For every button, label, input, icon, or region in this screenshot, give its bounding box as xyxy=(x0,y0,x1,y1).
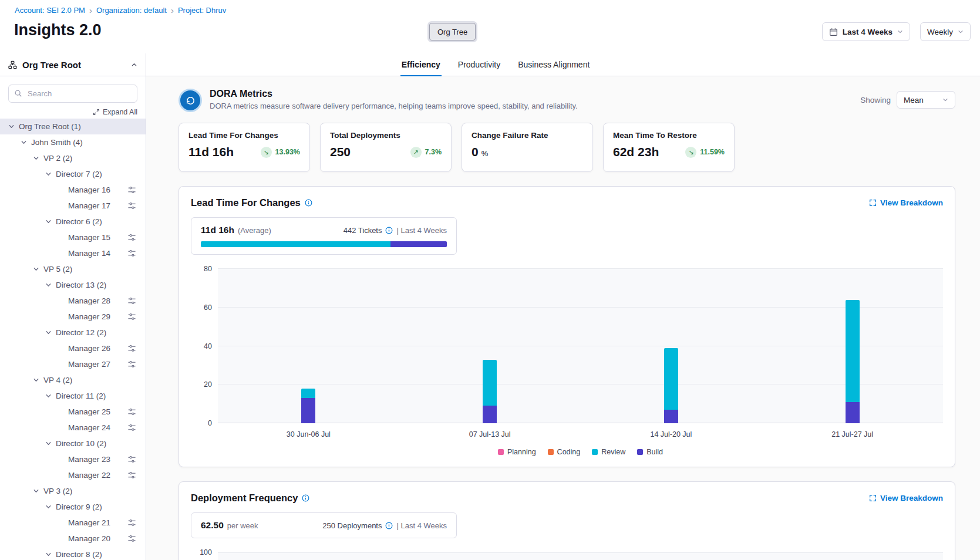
legend-item-review[interactable]: Review xyxy=(592,448,625,456)
tree-item-manager-27[interactable]: Manager 27 xyxy=(0,356,146,372)
bar-segment-review[interactable] xyxy=(301,389,315,398)
search-input[interactable] xyxy=(8,85,137,103)
tree-item-manager-26[interactable]: Manager 26 xyxy=(0,340,146,356)
chevron-down-icon[interactable] xyxy=(45,218,56,225)
chart-band xyxy=(762,269,943,423)
showing-select[interactable]: Mean xyxy=(897,91,955,109)
tab-productivity[interactable]: Productivity xyxy=(457,53,501,76)
filters-icon[interactable] xyxy=(127,423,136,432)
tab-business-alignment[interactable]: Business Alignment xyxy=(517,53,591,76)
legend-item-coding[interactable]: Coding xyxy=(548,448,581,456)
tree-item-manager-17[interactable]: Manager 17 xyxy=(0,198,146,214)
bar-segment-review[interactable] xyxy=(664,348,678,410)
bar-segment-build[interactable] xyxy=(483,406,497,423)
chevron-down-icon[interactable] xyxy=(45,504,56,510)
chevron-down-icon[interactable] xyxy=(33,377,43,383)
bar-segment-review[interactable] xyxy=(483,360,497,406)
info-icon[interactable] xyxy=(305,199,312,207)
tree-item-org-tree-root-1[interactable]: Org Tree Root (1) xyxy=(0,119,146,134)
calendar-icon xyxy=(829,28,838,36)
info-icon[interactable] xyxy=(385,227,393,234)
bar-segment-build[interactable] xyxy=(846,402,860,423)
tree-item-director-7-2[interactable]: Director 7 (2) xyxy=(0,166,146,182)
tree-item-manager-21[interactable]: Manager 21 xyxy=(0,515,146,531)
tree-item-director-10-2[interactable]: Director 10 (2) xyxy=(0,436,146,451)
legend-item-build[interactable]: Build xyxy=(637,448,663,456)
filters-icon[interactable] xyxy=(127,312,136,321)
chevron-down-icon[interactable] xyxy=(45,440,56,447)
bar-30-jun-06-jul[interactable] xyxy=(301,389,315,423)
tree-item-vp-4-2[interactable]: VP 4 (2) xyxy=(0,372,146,388)
tree-item-john-smith-4[interactable]: John Smith (4) xyxy=(0,134,146,150)
legend-swatch xyxy=(498,449,504,455)
tree-item-manager-29[interactable]: Manager 29 xyxy=(0,309,146,325)
tree-item-manager-20[interactable]: Manager 20 xyxy=(0,531,146,546)
granularity-select[interactable]: Weekly xyxy=(920,22,971,41)
bar-segment-review[interactable] xyxy=(846,300,860,402)
page-title: Insights 2.0 xyxy=(14,21,102,39)
tree-item-vp-3-2[interactable]: VP 3 (2) xyxy=(0,483,146,499)
chevron-down-icon[interactable] xyxy=(8,123,19,130)
tree-item-manager-16[interactable]: Manager 16 xyxy=(0,182,146,198)
tree-item-director-9-2[interactable]: Director 9 (2) xyxy=(0,499,146,515)
chevron-down-icon[interactable] xyxy=(33,488,43,494)
chevron-down-icon[interactable] xyxy=(45,329,56,336)
breadcrumb-link-project-dhruv[interactable]: Project: Dhruv xyxy=(178,6,226,15)
bar-segment-build[interactable] xyxy=(301,398,315,423)
tree-item-vp-2-2[interactable]: VP 2 (2) xyxy=(0,150,146,166)
chevron-down-icon[interactable] xyxy=(45,551,56,558)
info-icon[interactable] xyxy=(302,494,309,502)
chevron-down-icon xyxy=(897,29,903,35)
metric-card-title: Mean Time To Restore xyxy=(613,131,725,140)
lead-time-view-breakdown-link[interactable]: View Breakdown xyxy=(869,198,943,207)
filters-icon[interactable] xyxy=(127,471,136,480)
filters-icon[interactable] xyxy=(127,455,136,464)
tree-item-director-12-2[interactable]: Director 12 (2) xyxy=(0,325,146,340)
bar-segment-build[interactable] xyxy=(664,410,678,423)
breadcrumb-link-account-sei-2-0-pm[interactable]: Account: SEI 2.0 PM xyxy=(15,6,85,15)
tree-item-manager-14[interactable]: Manager 14 xyxy=(0,245,146,261)
tree-item-manager-15[interactable]: Manager 15 xyxy=(0,230,146,245)
breadcrumb-link-organization-default[interactable]: Organization: default xyxy=(96,6,167,15)
bar-14-jul-20-jul[interactable] xyxy=(664,348,678,423)
filters-icon[interactable] xyxy=(127,249,136,258)
bar-07-jul-13-jul[interactable] xyxy=(483,360,497,423)
tree-item-director-13-2[interactable]: Director 13 (2) xyxy=(0,277,146,293)
tree-item-manager-22[interactable]: Manager 22 xyxy=(0,467,146,483)
chevron-down-icon[interactable] xyxy=(45,171,56,177)
filters-icon[interactable] xyxy=(127,534,136,543)
tree-item-director-8-2[interactable]: Director 8 (2) xyxy=(0,546,146,560)
expand-all-button[interactable]: Expand All xyxy=(8,108,137,116)
tree-item-director-6-2[interactable]: Director 6 (2) xyxy=(0,214,146,230)
filters-icon[interactable] xyxy=(127,185,136,194)
legend-item-planning[interactable]: Planning xyxy=(498,448,536,456)
tree-item-manager-23[interactable]: Manager 23 xyxy=(0,451,146,467)
filters-icon[interactable] xyxy=(127,360,136,369)
tab-efficiency[interactable]: Efficiency xyxy=(400,53,442,76)
filters-icon[interactable] xyxy=(127,407,136,416)
filters-icon[interactable] xyxy=(127,296,136,305)
chevron-down-icon[interactable] xyxy=(45,282,56,288)
deployment-frequency-panel: Deployment Frequency View Breakdown xyxy=(179,481,955,560)
filters-icon[interactable] xyxy=(127,344,136,353)
chevron-down-icon[interactable] xyxy=(21,139,31,146)
tree-item-vp-5-2[interactable]: VP 5 (2) xyxy=(0,261,146,277)
org-tree-button[interactable]: Org Tree xyxy=(429,23,476,41)
tree-item-manager-24[interactable]: Manager 24 xyxy=(0,420,146,436)
filters-icon[interactable] xyxy=(127,201,136,210)
deployment-view-breakdown-link[interactable]: View Breakdown xyxy=(869,494,943,502)
tree-item-director-11-2[interactable]: Director 11 (2) xyxy=(0,388,146,404)
bar-21-jul-27-jul[interactable] xyxy=(846,300,860,423)
info-icon[interactable] xyxy=(385,522,393,529)
date-range-select[interactable]: Last 4 Weeks xyxy=(822,22,910,41)
deployment-rate-unit: per week xyxy=(227,521,258,530)
tree-item-manager-28[interactable]: Manager 28 xyxy=(0,293,146,309)
tree-item-manager-25[interactable]: Manager 25 xyxy=(0,404,146,420)
chevron-down-icon[interactable] xyxy=(45,393,56,399)
chevron-down-icon[interactable] xyxy=(33,155,43,161)
filters-icon[interactable] xyxy=(127,518,136,527)
chevron-down-icon[interactable] xyxy=(33,266,43,272)
search-icon xyxy=(14,89,22,97)
collapse-sidebar-button[interactable] xyxy=(131,62,137,68)
filters-icon[interactable] xyxy=(127,233,136,242)
